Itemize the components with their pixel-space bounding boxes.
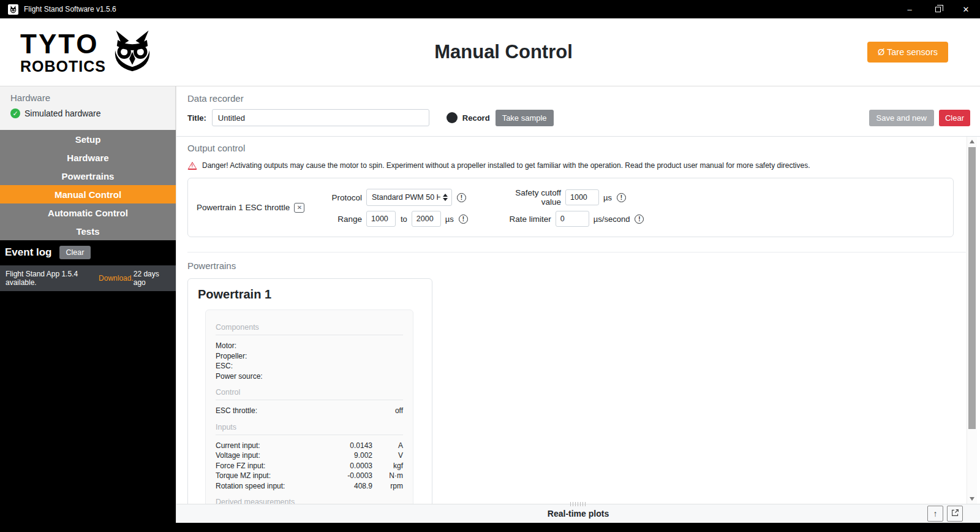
powertrains-section: Powertrains Powertrain 1 Components Moto…: [187, 252, 966, 504]
close-button[interactable]: ✕: [952, 0, 980, 18]
scrollbar-up-arrow[interactable]: [967, 137, 977, 146]
nav-label: Tests: [76, 226, 99, 237]
realtime-plots-title: Real-time plots: [548, 509, 609, 519]
safety-info-icon[interactable]: !: [617, 193, 626, 202]
window-titlebar: Flight Stand Software v1.5.6 – ✕: [0, 0, 980, 18]
component-row: Power source:: [216, 371, 403, 382]
divider: [216, 400, 403, 400]
recorder-clear-button[interactable]: Clear: [939, 110, 970, 126]
sidebar-item-powertrains[interactable]: Powertrains: [0, 167, 176, 185]
sidebar-item-tests[interactable]: Tests: [0, 222, 176, 240]
measurement-value: -0.0003: [328, 471, 372, 481]
save-and-new-button[interactable]: Save and new: [869, 110, 934, 126]
event-entry-time: 22 days ago: [134, 270, 170, 287]
rate-limiter-input[interactable]: [556, 211, 589, 227]
danger-warning: Danger! Activating outputs may cause the…: [187, 161, 966, 170]
inputs-group-title: Inputs: [216, 423, 403, 431]
event-entry-download-link[interactable]: Download.: [99, 274, 134, 283]
maximize-icon: [935, 7, 941, 12]
component-label: ESC:: [216, 361, 403, 371]
rate-info-icon[interactable]: !: [635, 215, 644, 224]
event-log-clear-button[interactable]: Clear: [59, 246, 91, 259]
select-updown-icon: [443, 194, 448, 201]
safety-unit-label: µs: [603, 193, 612, 202]
dismiss-throttle-icon[interactable]: ✕: [294, 203, 304, 213]
event-entry-text: Flight Stand App 1.5.4 available.: [6, 270, 96, 287]
component-label: Power source:: [216, 371, 403, 382]
measurement-value: 0.0003: [328, 461, 372, 471]
scrollable-area: Output control Danger! Activating output…: [176, 137, 980, 504]
record-button[interactable]: [447, 112, 458, 123]
measurement-value: off: [372, 406, 403, 416]
measurement-unit: kgf: [372, 461, 403, 471]
page-title: Manual Control: [434, 41, 573, 63]
sidebar: Hardware ✓ Simulated hardware Setup Hard…: [0, 86, 176, 523]
nav-label: Manual Control: [55, 189, 121, 200]
component-label: Motor:: [216, 341, 403, 351]
divider: [216, 435, 403, 435]
expand-plots-button[interactable]: ↑: [927, 506, 943, 522]
sidebar-item-automatic-control[interactable]: Automatic Control: [0, 203, 176, 222]
recording-title-input[interactable]: [212, 109, 429, 126]
open-plots-window-button[interactable]: [947, 506, 963, 522]
component-row: ESC:: [216, 361, 403, 371]
protocol-select[interactable]: Standard PWM 50 Hz: [366, 189, 452, 206]
hardware-panel-title: Hardware: [10, 93, 168, 103]
nav-label: Automatic Control: [48, 208, 128, 218]
hardware-status-label: Simulated hardware: [24, 108, 101, 118]
record-label: Record: [462, 113, 490, 123]
app-owl-icon: [8, 4, 18, 15]
range-info-icon[interactable]: !: [459, 215, 468, 224]
sidebar-item-manual-control[interactable]: Manual Control: [0, 185, 176, 203]
protocol-value: Standard PWM 50 Hz: [372, 193, 440, 202]
range-to-word: to: [401, 215, 407, 224]
rate-limiter-label: Rate limiter: [486, 215, 551, 224]
measurement-label: Rotation speed input:: [216, 481, 328, 492]
logo-text-tyto: TYTO: [20, 31, 106, 58]
sidebar-item-setup[interactable]: Setup: [0, 130, 176, 148]
components-group-title: Components: [216, 323, 403, 332]
realtime-plots-bar: Real-time plots ↑: [176, 504, 980, 523]
measurement-unit: V: [372, 450, 403, 461]
powertrain-measurements-panel: Components Motor: Propeller: ESC: Power …: [205, 310, 413, 504]
component-row: Motor:: [216, 341, 403, 351]
event-log-entry: Flight Stand App 1.5.4 available. Downlo…: [0, 265, 176, 291]
danger-text: Danger! Activating outputs may cause the…: [202, 161, 810, 170]
powertrain-card-title: Powertrain 1: [198, 287, 422, 302]
measurement-value: 0.0143: [328, 441, 372, 451]
tyto-robotics-logo: TYTO ROBOTICS: [20, 28, 154, 77]
take-sample-button[interactable]: Take sample: [496, 110, 554, 126]
control-group-title: Control: [216, 388, 403, 397]
tare-sensors-button[interactable]: Ø Tare sensors: [867, 42, 948, 63]
range-label: Range: [326, 215, 362, 224]
data-recorder-title: Data recorder: [187, 93, 970, 104]
nav-label: Powertrains: [62, 171, 115, 181]
minimize-button[interactable]: –: [895, 0, 924, 18]
protocol-info-icon[interactable]: !: [457, 193, 466, 202]
maximize-button[interactable]: [924, 0, 952, 18]
safety-cutoff-input[interactable]: [565, 189, 599, 205]
scrollbar-thumb[interactable]: [968, 147, 976, 429]
triangle-up-icon: [970, 140, 974, 143]
sidebar-item-hardware[interactable]: Hardware: [0, 148, 176, 167]
measurement-row: ESC throttle: off: [216, 406, 403, 416]
measurement-unit: A: [372, 441, 403, 451]
range-to-input[interactable]: [412, 211, 441, 227]
app-window: Flight Stand Software v1.5.6 – ✕ TYTO RO…: [0, 0, 980, 532]
minimize-icon: –: [907, 5, 911, 14]
nav-label: Hardware: [67, 153, 108, 163]
protocol-label: Protocol: [326, 193, 362, 202]
range-unit-label: µs: [445, 215, 454, 224]
measurement-value: 9.002: [328, 450, 372, 461]
component-label: Propeller:: [216, 351, 403, 362]
measurement-value: 408.9: [328, 481, 372, 492]
measurement-row: Torque MZ input: -0.0003 N·m: [216, 471, 403, 481]
vertical-scrollbar[interactable]: [967, 137, 977, 504]
panel-drag-handle[interactable]: [570, 502, 586, 506]
check-circle-icon: ✓: [10, 108, 20, 118]
derived-group-title: Derived measurements: [216, 498, 403, 504]
rate-unit-label: µs/second: [594, 215, 630, 224]
scrollbar-down-arrow[interactable]: [967, 494, 977, 504]
range-from-input[interactable]: [366, 211, 396, 227]
nav-label: Setup: [75, 134, 101, 145]
